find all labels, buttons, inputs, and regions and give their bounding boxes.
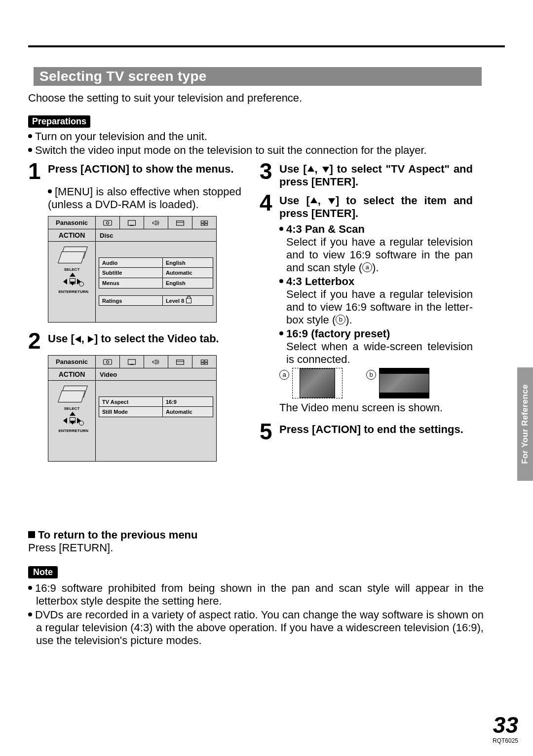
step-heading: Press [ACTION] to end the settings. [279, 423, 473, 443]
up-arrow-icon [307, 166, 314, 172]
step-heading: Use [, ] to select the Video tab. [48, 332, 241, 352]
ref-a-icon: a [279, 370, 289, 380]
svg-rect-5 [177, 220, 184, 225]
step-5: 5 Press [ACTION] to end the settings. [260, 420, 473, 443]
menu-row: MenusEnglish [99, 278, 213, 288]
select-label: SELECT [64, 406, 80, 411]
svg-marker-4 [152, 220, 156, 225]
menu-row: Still ModeAutomatic [99, 407, 213, 417]
step-number: 1 [28, 160, 48, 182]
svg-rect-14 [130, 364, 134, 365]
prep-item: Switch the video input mode on the telev… [28, 144, 427, 157]
option-item: 4:3 Pan & Scan Select if you have a regu… [279, 223, 473, 274]
tab-video-icon [120, 216, 144, 229]
svg-rect-20 [201, 362, 204, 364]
svg-rect-19 [205, 360, 208, 361]
note-item: 16:9 software prohibited from being show… [28, 582, 484, 608]
step-heading: Use [, ] to select "TV Aspect" and press… [279, 163, 473, 188]
svg-rect-13 [128, 360, 136, 364]
remote-diagram: SELECT ENTERRETURN [48, 381, 96, 461]
svg-rect-10 [205, 223, 208, 225]
menu-screenshot-video: Panasonic ACTION SELECT ENTERRETURN [48, 355, 217, 462]
square-bullet-icon [28, 531, 35, 538]
step-heading: Press [ACTION] to show the menus. [48, 163, 241, 182]
ref-a-icon: a [362, 262, 372, 272]
left-column: 1 Press [ACTION] to show the menus. [MEN… [28, 160, 241, 468]
step-number: 3 [260, 160, 279, 188]
tab-disc-icon [96, 356, 120, 368]
bullet-icon [48, 185, 55, 198]
svg-rect-3 [130, 225, 134, 226]
enter-label: ENTER [59, 289, 72, 294]
device-icon [58, 247, 86, 264]
tab-display-icon [168, 216, 192, 229]
return-instruction: To return to the previous menu Press [RE… [28, 529, 198, 554]
aspect-illustrations: a b [279, 368, 473, 398]
right-arrow-icon [88, 336, 94, 343]
nav-pad-icon [62, 273, 82, 289]
menu-tabs [96, 356, 216, 368]
svg-point-1 [107, 221, 109, 224]
menu-row: TV Aspect16:9 [99, 396, 213, 407]
svg-rect-8 [205, 220, 208, 222]
svg-marker-15 [152, 360, 156, 364]
svg-rect-2 [128, 220, 136, 225]
enter-label: ENTER [59, 429, 72, 433]
step-number: 5 [260, 420, 279, 443]
step-4: 4 Use [, ] to select the item and press … [260, 191, 473, 220]
section-heading-text: Selecting TV screen type [34, 69, 207, 84]
svg-rect-9 [201, 223, 204, 225]
svg-rect-21 [205, 362, 208, 364]
menu-row: AudioEnglish [99, 257, 213, 268]
page-number: 33 [493, 712, 518, 738]
step-3: 3 Use [, ] to select "TV Aspect" and pre… [260, 160, 473, 188]
lock-icon [186, 298, 191, 303]
return-label: RETURN [72, 429, 88, 433]
tab-other-icon [192, 356, 216, 368]
select-label: SELECT [64, 267, 80, 272]
top-rule [28, 45, 505, 47]
menu-tab-title: Video [96, 368, 216, 381]
menu-rows: TV Aspect16:9 Still ModeAutomatic [96, 381, 216, 461]
menu-tabs [96, 216, 216, 229]
prep-item: Turn on your television and the unit. [28, 130, 427, 144]
pan-scan-image [292, 368, 343, 398]
menu-right-panel: Disc AudioEnglish SubtitleAutomatic Menu… [96, 216, 216, 322]
menu-screenshot-disc: Panasonic ACTION SELECT ENTERRETURN [48, 216, 217, 323]
svg-rect-0 [104, 220, 112, 225]
menu-tab-title: Disc [96, 229, 216, 242]
document-id: RQT6025 [493, 737, 518, 744]
device-icon [58, 386, 86, 403]
brand-label: Panasonic [48, 216, 96, 229]
step-heading: Use [, ] to select the item and press [E… [279, 194, 473, 220]
svg-rect-16 [177, 360, 184, 364]
nav-pad-icon [62, 412, 82, 429]
svg-rect-11 [104, 360, 112, 364]
action-label: ACTION [48, 368, 96, 381]
note-item: DVDs are recorded in a variety of aspect… [28, 609, 484, 647]
down-arrow-icon [328, 198, 335, 204]
option-item: 16:9 (factory preset) Select when a wide… [279, 327, 473, 366]
illustration-b: b [366, 368, 429, 398]
up-arrow-icon [310, 197, 317, 203]
letterbox-image [379, 368, 429, 398]
preparations-list: Turn on your television and the unit. Sw… [28, 130, 427, 157]
svg-point-12 [107, 360, 109, 363]
step-4-after: The Video menu screen is shown. [279, 401, 473, 414]
preparations-label: Preparations [28, 115, 90, 128]
menu-left-panel: Panasonic ACTION SELECT ENTERRETURN [48, 356, 96, 461]
svg-rect-18 [201, 360, 204, 361]
tab-other-icon [192, 216, 216, 229]
tab-disc-icon [96, 216, 120, 229]
step-number: 2 [28, 329, 48, 352]
intro-text: Choose the setting to suit your televisi… [28, 92, 302, 105]
right-column: 3 Use [, ] to select "TV Aspect" and pre… [260, 160, 473, 446]
tab-display-icon [168, 356, 192, 368]
action-label: ACTION [48, 229, 96, 242]
ref-b-icon: b [366, 370, 376, 380]
illustration-a: a [279, 368, 343, 398]
down-arrow-icon [322, 167, 329, 173]
menu-row-ratings: RatingsLevel 8 [99, 295, 213, 306]
section-heading: Selecting TV screen type [34, 67, 482, 86]
left-arrow-icon [75, 336, 81, 343]
